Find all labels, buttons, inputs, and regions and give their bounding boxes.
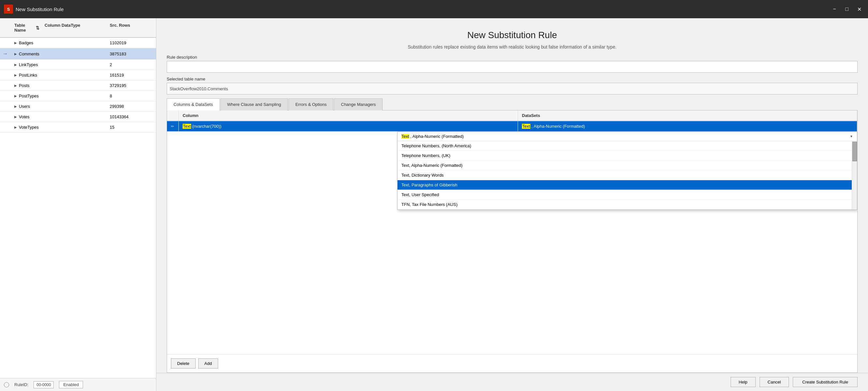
tab-footer: Delete Add xyxy=(167,354,857,372)
row-arrow-comments: → xyxy=(0,48,12,59)
row-expand-users[interactable]: ▶ Users xyxy=(12,101,42,111)
right-panel: New Substitution Rule Substitution rules… xyxy=(156,18,868,391)
rule-description-label: Rule description xyxy=(167,55,858,60)
data-grid: Column DataSets ✏ xyxy=(167,110,857,354)
row-datatype-posts xyxy=(42,81,107,91)
row-expand-posttypes[interactable]: ▶ PostTypes xyxy=(12,91,42,101)
dropdown-item-selected[interactable]: Text, Paragraphs of Gibberish xyxy=(398,180,857,190)
row-arrow-badges xyxy=(0,38,12,48)
pencil-icon: ✏ xyxy=(171,124,174,129)
delete-button[interactable]: Delete xyxy=(171,358,196,368)
row-arrow-posttypes xyxy=(0,91,12,101)
circle-indicator xyxy=(4,382,9,387)
dropdown-item[interactable]: Text, Dictionary Words xyxy=(398,170,857,180)
tab-where-clause[interactable]: Where Clause and Sampling xyxy=(220,99,288,110)
table-row[interactable]: ▶ PostLinks 161519 xyxy=(0,70,156,81)
row-datatype-linktypes xyxy=(42,60,107,70)
row-srcrows-badges: 1102019 xyxy=(107,38,156,48)
col-header-arrow xyxy=(0,21,12,34)
row-srcrows-posttypes: 8 xyxy=(107,91,156,101)
page-subtitle: Substitution rules replace existing data… xyxy=(167,44,858,50)
row-expand-badges[interactable]: ▶ Badges xyxy=(12,38,42,48)
tab-change-managers[interactable]: Change Managers xyxy=(334,99,382,110)
dropdown-item[interactable]: Telephone Numbers, (North America) xyxy=(398,141,857,151)
right-bottom-bar: Help Cancel Create Substitution Rule xyxy=(156,373,868,391)
row-expand-votes[interactable]: ▶ Votes xyxy=(12,112,42,122)
grid-cell-dataset[interactable]: Text , Alpha-Numeric (Formatted) xyxy=(518,121,857,131)
row-srcrows-votes: 10143364 xyxy=(107,112,156,122)
grid-cell-edit: ✏ xyxy=(167,121,179,131)
col-header-table-name[interactable]: Table Name ⇅ xyxy=(12,21,42,34)
tab-content-columns-datasets: Column DataSets ✏ xyxy=(167,110,858,373)
row-srcrows-posts: 3729195 xyxy=(107,81,156,91)
table-row[interactable]: ▶ PostTypes 8 xyxy=(0,91,156,101)
window-controls: − □ ✕ xyxy=(830,5,864,13)
row-expand-postlinks[interactable]: ▶ PostLinks xyxy=(12,70,42,80)
close-button[interactable]: ✕ xyxy=(854,5,864,13)
table-row[interactable]: ▶ Posts 3729195 xyxy=(0,81,156,91)
dataset-value-text: Text , Alpha-Numeric (Formatted) xyxy=(522,124,585,129)
row-arrow-postlinks xyxy=(0,70,12,80)
col-header-datatype: Column DataType xyxy=(42,21,107,34)
grid-row[interactable]: ✏ Text (nvarchar(700)) xyxy=(167,121,857,132)
minimize-button[interactable]: − xyxy=(830,5,839,13)
row-datatype-votes xyxy=(42,112,107,122)
grid-header: Column DataSets xyxy=(167,110,857,121)
dropdown-item[interactable]: TFN, Tax File Numbers (AUS) xyxy=(398,200,857,210)
row-expand-comments[interactable]: ▶ Comments xyxy=(12,48,42,59)
row-srcrows-comments: 3875183 xyxy=(107,48,156,59)
table-row[interactable]: ▶ VoteTypes 15 xyxy=(0,122,156,133)
current-row-indicator: → xyxy=(3,51,8,57)
maximize-button[interactable]: □ xyxy=(842,5,852,13)
tab-errors-options[interactable]: Errors & Options xyxy=(288,99,333,110)
dropdown-list: Telephone Numbers, (North America) Telep… xyxy=(398,141,857,210)
expand-icon: ▶ xyxy=(14,125,17,129)
enabled-badge: Enabled xyxy=(59,381,83,388)
rule-description-input[interactable] xyxy=(167,61,858,73)
dataset-dropdown[interactable]: Text , Alpha-Numeric (Formatted) ▼ Telep… xyxy=(397,132,857,210)
grid-body: ✏ Text (nvarchar(700)) xyxy=(167,121,857,354)
expand-icon: ▶ xyxy=(14,105,17,108)
dropdown-item[interactable]: Telephone Numbers, (UK) xyxy=(398,151,857,161)
dataset-highlight: Text xyxy=(522,124,530,129)
rule-id-value: 00-0000 xyxy=(34,381,54,388)
table-row[interactable]: → ▶ Comments 3875183 xyxy=(0,48,156,60)
row-datatype-users xyxy=(42,101,107,111)
row-expand-votetypes[interactable]: ▶ VoteTypes xyxy=(12,122,42,132)
title-bar: S New Substitution Rule − □ ✕ xyxy=(0,0,868,18)
dropdown-item[interactable]: Text, Alpha-Numeric (Formatted) xyxy=(398,161,857,170)
dropdown-item[interactable]: Text, User Specified xyxy=(398,190,857,200)
expand-icon: ▶ xyxy=(14,84,17,87)
row-expand-linktypes[interactable]: ▶ LinkTypes xyxy=(12,60,42,70)
main-container: Table Name ⇅ Column DataType Src. Rows ▶… xyxy=(0,18,868,391)
row-datatype-postlinks xyxy=(42,70,107,80)
dropdown-scrollbar[interactable] xyxy=(852,141,857,210)
help-button[interactable]: Help xyxy=(731,377,756,387)
page-title: New Substitution Rule xyxy=(167,30,858,40)
left-panel: Table Name ⇅ Column DataType Src. Rows ▶… xyxy=(0,18,156,391)
row-expand-posts[interactable]: ▶ Posts xyxy=(12,81,42,91)
row-srcrows-postlinks: 161519 xyxy=(107,70,156,80)
col-header-srcrows: Src. Rows xyxy=(107,21,156,34)
dropdown-arrow: ▼ xyxy=(850,135,853,138)
add-button[interactable]: Add xyxy=(198,358,218,368)
selected-table-input xyxy=(167,83,858,94)
grid-col-header-edit xyxy=(167,110,179,120)
table-row[interactable]: ▶ LinkTypes 2 xyxy=(0,60,156,70)
cancel-button[interactable]: Cancel xyxy=(760,377,789,387)
tabs-bar: Columns & DataSets Where Clause and Samp… xyxy=(167,99,858,110)
table-row[interactable]: ▶ Users 299398 xyxy=(0,101,156,112)
table-row[interactable]: ▶ Badges 1102019 xyxy=(0,38,156,48)
rule-description-group: Rule description xyxy=(167,55,858,73)
create-substitution-rule-button[interactable]: Create Substitution Rule xyxy=(793,377,858,387)
row-srcrows-users: 299398 xyxy=(107,101,156,111)
sort-icon: ⇅ xyxy=(36,25,39,30)
table-row[interactable]: ▶ Votes 10143364 xyxy=(0,112,156,122)
column-name-highlight: Text xyxy=(183,124,191,129)
dropdown-selected-item[interactable]: Text , Alpha-Numeric (Formatted) ▼ xyxy=(398,132,857,141)
right-header: New Substitution Rule Substitution rules… xyxy=(156,18,868,55)
table-header: Table Name ⇅ Column DataType Src. Rows xyxy=(0,18,156,38)
row-srcrows-votetypes: 15 xyxy=(107,122,156,132)
left-bottom-bar: RuleID: 00-0000 Enabled xyxy=(0,378,156,391)
tab-columns-datasets[interactable]: Columns & DataSets xyxy=(167,99,220,110)
